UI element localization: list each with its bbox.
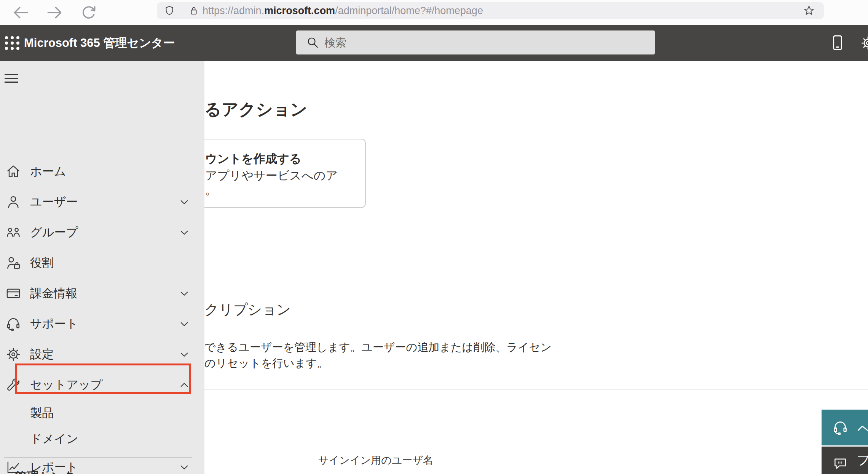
- sidebar-item-roles[interactable]: 役割: [0, 248, 204, 278]
- browser-back-button[interactable]: [11, 3, 30, 22]
- search-icon: [305, 35, 320, 50]
- browser-forward-button[interactable]: [45, 3, 64, 22]
- sidebar-item-products[interactable]: 製品: [0, 400, 204, 426]
- chevron-down-icon: [177, 226, 191, 239]
- sidebar-item-groups[interactable]: グループ: [0, 217, 204, 248]
- waffle-icon: [4, 35, 21, 51]
- sidebar-item-users[interactable]: ユーザー: [0, 187, 204, 217]
- speech-bubble-icon: [832, 456, 848, 472]
- url-text[interactable]: https://admin.microsoft.com/adminportal/…: [203, 2, 483, 19]
- chevron-down-icon: [177, 460, 191, 474]
- app-launcher-button[interactable]: [4, 35, 21, 51]
- url-prefix: https://admin.: [203, 5, 264, 16]
- forward-arrow-icon: [45, 3, 64, 22]
- sidebar-section-label-partial: 管理センター: [15, 469, 87, 474]
- sidebar-divider: [4, 457, 192, 458]
- sidebar-item-label: 設定: [30, 346, 54, 362]
- section-description: できるユーザーを管理します。ユーザーの追加または削除、ライセン のリセットを行い…: [204, 339, 552, 371]
- section-description-line1: できるユーザーを管理します。ユーザーの追加または削除、ライセン: [204, 339, 552, 355]
- back-arrow-icon: [11, 3, 30, 22]
- feedback-button-label: フ: [857, 451, 868, 469]
- gear-icon: [860, 35, 868, 51]
- headset-icon: [831, 419, 849, 436]
- billing-card-icon: [5, 285, 22, 302]
- domains-highlight-box: [15, 364, 191, 394]
- sidebar-item-label: ユーザー: [30, 194, 78, 210]
- phone-icon: [828, 34, 847, 52]
- url-bar[interactable]: https://admin.microsoft.com/adminportal/…: [157, 2, 824, 19]
- browser-toolbar: https://admin.microsoft.com/adminportal/…: [0, 0, 868, 25]
- sidebar-item-label: 課金情報: [30, 285, 77, 301]
- star-icon: [803, 4, 815, 17]
- search-box[interactable]: [296, 30, 655, 54]
- chevron-down-icon: [177, 287, 191, 300]
- url-domain: microsoft.com: [264, 5, 335, 16]
- sidebar-item-label: ホーム: [30, 163, 66, 179]
- app-header: Microsoft 365 管理センター: [0, 25, 868, 61]
- refresh-icon: [79, 3, 98, 22]
- app-title[interactable]: Microsoft 365 管理センター: [24, 25, 175, 61]
- shield-icon[interactable]: [164, 5, 175, 16]
- help-support-button[interactable]: ヘ: [822, 410, 868, 445]
- sidebar-item-support[interactable]: サポート: [0, 309, 204, 339]
- sidebar-item-home[interactable]: ホーム: [0, 156, 204, 187]
- section-description-line2: のリセットを行います。: [204, 355, 552, 371]
- feedback-button[interactable]: フ: [822, 447, 868, 474]
- content-divider: [204, 389, 868, 390]
- bookmark-star-button[interactable]: [803, 4, 815, 17]
- role-icon: [5, 255, 22, 271]
- sidebar-item-domains[interactable]: ドメイン: [0, 426, 204, 452]
- sidebar-item-label: 役割: [30, 255, 54, 271]
- sidebar-item-label: サポート: [30, 316, 78, 332]
- mobile-app-button[interactable]: [828, 34, 847, 52]
- group-icon: [5, 224, 22, 241]
- sidebar-item-label: ドメイン: [30, 431, 78, 447]
- user-icon: [5, 194, 22, 210]
- lock-icon: [188, 5, 199, 16]
- card-body-fragment: アプリやサービスへのア: [205, 168, 338, 184]
- help-button-label: ヘ: [857, 420, 868, 439]
- page-heading-fragment: るアクション: [204, 98, 307, 121]
- settings-gear-icon: [5, 346, 22, 363]
- card-title-fragment: ウントを作成する: [205, 151, 301, 167]
- screen: https://admin.microsoft.com/adminportal/…: [0, 0, 868, 474]
- header-settings-button[interactable]: [860, 35, 868, 51]
- card-body-fragment-2: 。: [205, 182, 217, 198]
- search-input[interactable]: [324, 30, 645, 55]
- chevron-down-icon: [177, 317, 191, 331]
- browser-refresh-button[interactable]: [79, 3, 98, 22]
- sidebar: ホーム ユーザー グループ 役割 課金情報 サポート 設: [0, 61, 204, 474]
- url-path: /adminportal/home?#/homepage: [335, 5, 483, 16]
- hamburger-icon: [5, 74, 18, 75]
- chevron-down-icon: [177, 195, 191, 209]
- recommended-action-card[interactable]: ウントを作成する アプリやサービスへのア 。: [196, 139, 366, 208]
- collapse-nav-button[interactable]: [5, 74, 18, 84]
- home-icon: [5, 163, 22, 180]
- signin-username-label: サインイン用のユーザ名: [318, 453, 433, 467]
- headset-icon: [5, 315, 22, 332]
- sidebar-item-billing[interactable]: 課金情報: [0, 278, 204, 309]
- sidebar-item-label: 製品: [30, 405, 54, 421]
- sidebar-item-label: グループ: [30, 224, 78, 240]
- section-heading-fragment: クリプション: [204, 300, 291, 319]
- chevron-down-icon: [177, 347, 191, 361]
